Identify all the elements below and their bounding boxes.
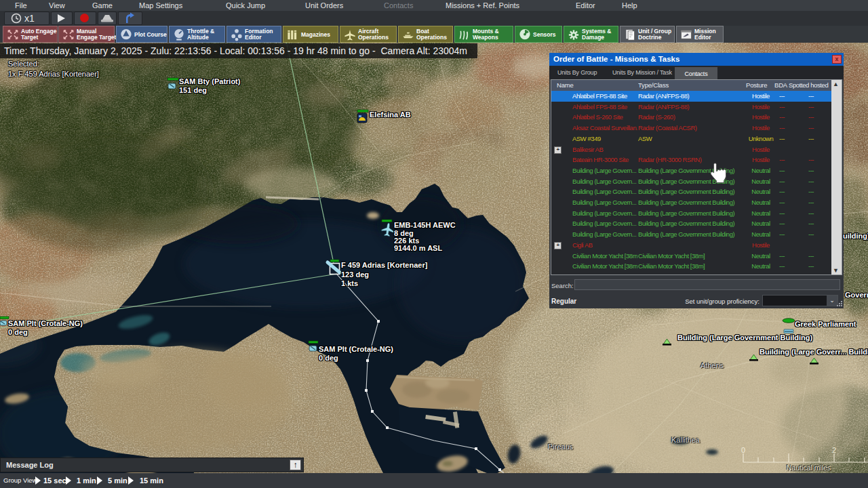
svg-text:2: 2 (832, 446, 836, 454)
svg-text:0: 0 (741, 446, 745, 454)
